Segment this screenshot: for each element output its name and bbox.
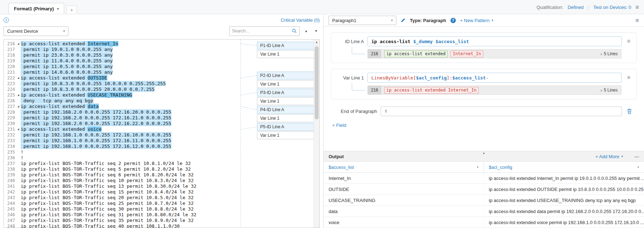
code-text-segment: deny tcp any any eq bgp — [21, 98, 93, 103]
panel-menu-icon[interactable]: ≡ — [635, 17, 639, 24]
column-header-acl-config[interactable]: $acl_config ▾ — [484, 162, 644, 172]
acl-name-highlight: OUTSIDE — [88, 75, 107, 81]
trash-icon[interactable] — [625, 109, 633, 114]
code-text: ip prefix-list BOS-TOR-Traffic seq 20 pe… — [21, 195, 194, 201]
pattern-marker-id[interactable]: P5-ID Line A — [257, 123, 315, 131]
collapse-caret-icon[interactable]: ▴ — [483, 151, 485, 155]
pattern-marker-var[interactable]: Var Line 1 — [257, 97, 315, 105]
test-on-devices-link[interactable]: Test on Devices: 0 — [593, 5, 631, 10]
pattern-marker-var[interactable]: Var Line 1 — [257, 50, 315, 58]
add-more-button[interactable]: + Add More ▾ — [596, 154, 623, 159]
var-line-menu-icon[interactable]: ≡ — [625, 74, 632, 81]
fold-toggle-icon[interactable]: ◢ — [16, 126, 21, 132]
expand-lines-link[interactable]: ›5 Lines — [601, 51, 618, 57]
scrollbar-thumb[interactable] — [315, 46, 319, 119]
column-header-access-list[interactable]: $access_list ▾ — [324, 162, 484, 172]
find-previous-button[interactable]: ▲ — [303, 27, 310, 35]
tab-format1-primary[interactable]: Format1 (Primary) ▾ — [9, 3, 64, 14]
scroll-up-icon[interactable]: ▲ — [314, 40, 319, 45]
output-cell-acl-config: ip access-list extended data permit ip 1… — [484, 206, 644, 217]
new-tab-button[interactable]: + — [66, 5, 77, 14]
pattern-marker-var[interactable]: Var Line 1 — [257, 114, 315, 122]
minimize-icon[interactable]: — — [634, 154, 639, 159]
code-line[interactable]: 220 permit ip 11.0.5.0 0.0.0.255 any — [4, 64, 314, 69]
help-icon[interactable]: ? — [450, 18, 456, 23]
line-number: 247 — [4, 218, 16, 223]
code-text: permit ip 192.168.1.0 0.0.0.255 172.16.1… — [21, 138, 171, 144]
fold-toggle-icon[interactable]: ◢ — [16, 92, 21, 98]
code-line[interactable]: 242ip prefix-list BOS-TOR-Traffic seq 15… — [4, 189, 314, 195]
edit-pencil-icon[interactable] — [401, 18, 406, 23]
code-line[interactable]: 248ip prefix-list BOS-TOR-Traffic seq 40… — [4, 223, 314, 228]
vertical-scrollbar[interactable]: ▲ — [314, 40, 319, 228]
info-icon[interactable]: i — [4, 17, 9, 23]
output-row[interactable]: OUTSIDEip access-list extended OUTSIDE p… — [324, 184, 644, 195]
chevron-right-icon: › — [601, 51, 602, 57]
code-line[interactable]: 235! — [4, 149, 314, 155]
device-selector[interactable]: Current Device ▾ — [4, 26, 68, 36]
output-row[interactable]: dataip access-list extended data permit … — [324, 206, 644, 217]
critical-variable-link[interactable]: Critical Variable (0) — [280, 17, 320, 23]
code-text: permit ip 19.0.1.0 0.0.0.255 any — [21, 47, 113, 52]
find-next-button[interactable]: ▼ — [313, 27, 320, 35]
code-text: ip access-list extended Internet_In — [21, 41, 118, 47]
code-text-segment: ip prefix-list BOS-TOR-Traffic seq 6 per… — [21, 172, 194, 177]
fold-toggle-icon[interactable]: ◢ — [16, 75, 21, 81]
fold-spacer — [16, 64, 21, 69]
output-row[interactable]: USECASE_TRAININGip access-list extended … — [324, 195, 644, 206]
id-line-pattern-input[interactable]: ip access-list $_dummy $access_list — [367, 36, 622, 46]
fold-spacer — [16, 81, 21, 87]
fold-spacer — [16, 47, 21, 52]
output-row[interactable]: Internet_Inip access-list extended Inter… — [324, 173, 644, 184]
code-text-segment: permit ip 10.8.3.0 0.0.0.255 20.0.0.0 0.… — [21, 87, 155, 92]
code-line[interactable]: 219 permit ip 11.0.4.0 0.0.0.255 any — [4, 58, 314, 64]
end-of-paragraph-input[interactable]: ! — [381, 107, 622, 116]
code-text: permit ip 11.0.4.0 0.0.0.255 any — [21, 58, 113, 64]
line-number: 246 — [4, 212, 16, 218]
output-row[interactable]: voiceip access-list extended voice permi… — [324, 217, 644, 228]
paragraph-selector[interactable]: Paragraph1 ▾ — [329, 16, 396, 25]
line-number: 241 — [4, 183, 16, 189]
code-line[interactable]: 241ip prefix-list BOS-TOR-Traffic seq 13… — [4, 183, 314, 189]
code-line[interactable]: 236! — [4, 155, 314, 161]
add-field-button[interactable]: + Field — [332, 123, 346, 128]
line-number: 219 — [4, 58, 16, 64]
code-line[interactable]: 237ip prefix-list BOS-TOR-Traffic seq 2 … — [4, 161, 314, 166]
pattern-marker-id[interactable]: P3-ID Line A — [257, 89, 315, 97]
search-icon[interactable] — [292, 28, 297, 33]
code-text: ip prefix-list BOS-TOR-Traffic seq 13 pe… — [21, 183, 196, 189]
pattern-token: LinesByVariable[ — [371, 75, 416, 81]
pattern-marker-var[interactable]: Var Line 1 — [257, 131, 315, 139]
code-text: ip prefix-list BOS-TOR-Traffic seq 31 pe… — [21, 212, 196, 218]
line-number: 229 — [4, 115, 16, 121]
search-input[interactable] — [232, 28, 292, 33]
output-cell-access-list: OUTSIDE — [324, 184, 484, 195]
code-line[interactable]: 244ip prefix-list BOS-TOR-Traffic seq 25… — [4, 201, 314, 206]
code-text: ip prefix-list BOS-TOR-Traffic seq 35 pe… — [21, 218, 194, 223]
pattern-marker-id[interactable]: P2-ID Line A — [257, 72, 315, 79]
pattern-marker-var[interactable]: Var Line 1 — [257, 80, 315, 88]
menu-icon[interactable]: ≡ — [635, 4, 639, 10]
pattern-marker-id[interactable]: P4-ID Line A — [257, 106, 315, 114]
code-line[interactable]: 246ip prefix-list BOS-TOR-Traffic seq 31… — [4, 212, 314, 218]
code-line[interactable]: 240ip prefix-list BOS-TOR-Traffic seq 10… — [4, 178, 314, 183]
config-text-editor[interactable]: 216◢ip access-list extended Internet_In2… — [4, 39, 320, 228]
code-line[interactable]: 234 permit ip 192.168.1.0 0.0.0.255 172.… — [4, 144, 314, 149]
expand-lines-link[interactable]: ›5 Lines — [601, 88, 618, 93]
code-line[interactable]: 238ip prefix-list BOS-TOR-Traffic seq 5 … — [4, 166, 314, 172]
expand-lines-label: 5 Lines — [604, 88, 618, 93]
fold-toggle-icon[interactable]: ◢ — [16, 41, 21, 47]
line-number: 232 — [4, 132, 16, 138]
var-line-pattern-input[interactable]: LinesByVariable[$acl_config]:$access_lis… — [367, 73, 622, 83]
code-line[interactable]: 243ip prefix-list BOS-TOR-Traffic seq 20… — [4, 195, 314, 201]
acl-name-highlight: USECASE_TRAINING — [88, 92, 132, 98]
code-line[interactable]: 239ip prefix-list BOS-TOR-Traffic seq 6 … — [4, 172, 314, 178]
qualification-value-link[interactable]: Defined — [568, 5, 584, 10]
code-text-segment: permit ip 10.8.3.0 0.0.0.255 10.0.0.0 0.… — [21, 81, 166, 86]
code-line[interactable]: 247ip prefix-list BOS-TOR-Traffic seq 35… — [4, 218, 314, 223]
pattern-marker-id[interactable]: P1-ID Line A — [257, 42, 315, 50]
new-pattern-button[interactable]: + New Pattern ▾ — [460, 18, 493, 23]
id-line-menu-icon[interactable]: ≡ — [625, 38, 632, 45]
code-line[interactable]: 245ip prefix-list BOS-TOR-Traffic seq 30… — [4, 206, 314, 212]
fold-toggle-icon[interactable]: ◢ — [16, 104, 21, 109]
